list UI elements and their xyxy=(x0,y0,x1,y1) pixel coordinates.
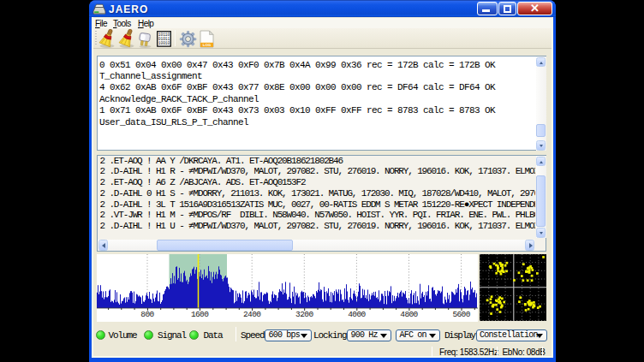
svg-text:1600: 1600 xyxy=(190,310,208,319)
svg-text:4000: 4000 xyxy=(348,310,366,319)
svg-text:LOG: LOG xyxy=(203,43,212,47)
svg-text:3200: 3200 xyxy=(295,310,313,319)
svg-text:4800: 4800 xyxy=(400,310,418,319)
svg-text:800: 800 xyxy=(140,310,154,319)
svg-text:2400: 2400 xyxy=(242,310,260,319)
svg-text:10010: 10010 xyxy=(158,41,170,45)
svg-text:5600: 5600 xyxy=(452,310,470,319)
